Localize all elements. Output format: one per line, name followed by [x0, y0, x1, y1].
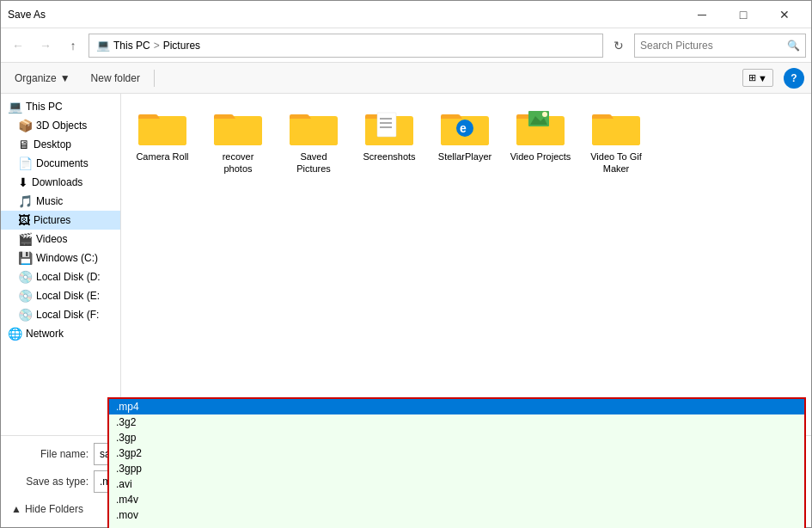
- sidebar-label-local-disk-e: Local Disk (E:: [36, 290, 100, 302]
- svg-rect-5: [290, 119, 338, 145]
- view-button[interactable]: ⊞ ▼: [742, 69, 773, 87]
- back-button[interactable]: ←: [6, 34, 30, 58]
- dropdown-option-mp4[interactable]: .mp4: [109, 399, 804, 414]
- computer-icon: 💻: [96, 39, 110, 52]
- search-icon: 🔍: [787, 40, 800, 52]
- svg-rect-10: [380, 122, 392, 124]
- new-folder-button[interactable]: New folder: [84, 69, 147, 88]
- sidebar-item-desktop[interactable]: 🖥Desktop: [1, 135, 120, 154]
- folder-saved-pictures[interactable]: Saved Pictures: [279, 101, 348, 179]
- sidebar-label-3d-objects: 3D Objects: [36, 120, 87, 132]
- folder-name-stellarplayer: StellarPlayer: [438, 150, 491, 163]
- sidebar-item-this-pc[interactable]: 💻This PC: [1, 97, 120, 116]
- organize-chevron-icon: ▼: [60, 72, 70, 84]
- sidebar-icon-local-disk-d: 💿: [18, 270, 33, 284]
- close-button[interactable]: ✕: [765, 1, 804, 28]
- sidebar-item-pictures[interactable]: 🖼Pictures: [1, 211, 120, 230]
- organize-button[interactable]: Organize ▼: [8, 69, 77, 88]
- save-as-dialog: Save As ─ □ ✕ ← → ↑ 💻 This PC > Pictures…: [0, 0, 812, 528]
- minimize-button[interactable]: ─: [682, 1, 722, 28]
- svg-text:e: e: [460, 121, 467, 135]
- folder-name-screenshots: Screenshots: [363, 150, 415, 163]
- svg-point-20: [542, 112, 547, 117]
- folder-icon-saved-pictures: [288, 104, 339, 149]
- sidebar-label-downloads: Downloads: [32, 176, 82, 188]
- sidebar-label-windows-c: Windows (C:): [36, 252, 98, 264]
- svg-rect-22: [592, 119, 640, 145]
- sidebar-icon-network: 🌐: [8, 327, 22, 341]
- folder-name-video-to-gif: Video To Gif Maker: [585, 150, 647, 175]
- path-this-pc: This PC: [113, 40, 150, 52]
- dropdown-option-3gp[interactable]: .3gp: [109, 430, 804, 445]
- dropdown-option-3gp2[interactable]: .3gp2: [109, 445, 804, 461]
- sidebar-item-3d-objects[interactable]: 📦3D Objects: [1, 116, 120, 135]
- sidebar-label-videos: Videos: [36, 233, 67, 245]
- folder-video-projects[interactable]: Video Projects: [506, 101, 575, 179]
- svg-rect-9: [380, 118, 392, 120]
- sidebar-item-downloads[interactable]: ⬇Downloads: [1, 173, 120, 192]
- sidebar-item-windows-c[interactable]: 💾Windows (C:): [1, 249, 120, 267]
- sidebar-item-local-disk-d[interactable]: 💿Local Disk (D:: [1, 267, 120, 286]
- sidebar-item-local-disk-f[interactable]: 💿Local Disk (F:: [1, 305, 120, 324]
- titlebar: Save As ─ □ ✕: [1, 1, 811, 28]
- dropdown-option-avi[interactable]: .avi: [109, 476, 804, 492]
- search-input[interactable]: [640, 40, 784, 52]
- dropdown-option-wmv[interactable]: .wmv: [109, 523, 804, 528]
- sidebar-icon-pictures: 🖼: [18, 213, 30, 227]
- folder-screenshots[interactable]: Screenshots: [355, 101, 424, 179]
- sidebar-icon-desktop: 🖥: [18, 138, 30, 151]
- folder-name-video-projects: Video Projects: [510, 150, 571, 163]
- forward-button[interactable]: →: [34, 34, 58, 58]
- folder-recover-photos[interactable]: recover photos: [204, 101, 272, 179]
- organize-label: Organize: [15, 72, 57, 84]
- sidebar-item-videos[interactable]: 🎬Videos: [1, 230, 120, 249]
- filetype-dropdown-overlay[interactable]: .mp4.3g2.3gp.3gp2.3gpp.avi.m4v.mov.wmv: [107, 397, 806, 528]
- sidebar-label-local-disk-f: Local Disk (F:: [36, 309, 99, 321]
- folder-camera-roll[interactable]: Camera Roll: [128, 101, 197, 179]
- sidebar-item-local-disk-e[interactable]: 💿Local Disk (E:: [1, 286, 120, 305]
- sidebar-icon-local-disk-e: 💿: [18, 289, 33, 303]
- sidebar-item-network[interactable]: 🌐Network: [1, 324, 120, 343]
- folder-name-camera-roll: Camera Roll: [136, 150, 188, 163]
- svg-rect-11: [380, 126, 392, 128]
- folder-stellarplayer[interactable]: eStellarPlayer: [430, 101, 499, 179]
- sidebar: 💻This PC📦3D Objects🖥Desktop📄Documents⬇Do…: [1, 94, 121, 435]
- dropdown-option-m4v[interactable]: .m4v: [109, 492, 804, 507]
- help-icon: ?: [791, 72, 797, 84]
- folder-icon-stellarplayer: e: [439, 104, 491, 149]
- titlebar-controls: ─ □ ✕: [682, 1, 804, 28]
- hide-folders-button[interactable]: ▲ Hide Folders: [11, 503, 83, 515]
- dropdown-option-3g2[interactable]: .3g2: [109, 414, 804, 430]
- dropdown-option-3gpp[interactable]: .3gpp: [109, 461, 804, 476]
- svg-rect-1: [138, 119, 186, 145]
- dropdown-option-mov[interactable]: .mov: [109, 507, 804, 523]
- svg-rect-3: [214, 119, 262, 145]
- view-icon: ⊞: [748, 72, 756, 83]
- up-button[interactable]: ↑: [61, 34, 85, 58]
- sidebar-item-music[interactable]: 🎵Music: [1, 192, 120, 211]
- window-title: Save As: [8, 9, 46, 21]
- refresh-button[interactable]: ↻: [607, 34, 631, 58]
- toolbar-divider: [154, 70, 155, 87]
- sidebar-item-documents[interactable]: 📄Documents: [1, 154, 120, 173]
- filename-label: File name:: [11, 448, 89, 460]
- main-area: 💻This PC📦3D Objects🖥Desktop📄Documents⬇Do…: [1, 94, 811, 435]
- folder-name-saved-pictures: Saved Pictures: [283, 150, 345, 175]
- address-path[interactable]: 💻 This PC > Pictures: [89, 34, 603, 58]
- sidebar-icon-local-disk-f: 💿: [18, 308, 33, 322]
- folder-video-to-gif[interactable]: Video To Gif Maker: [582, 101, 650, 179]
- folder-icon-screenshots: [363, 104, 415, 149]
- maximize-button[interactable]: □: [723, 1, 763, 28]
- sidebar-icon-videos: 🎬: [18, 232, 33, 246]
- sidebar-icon-windows-c: 💾: [18, 251, 33, 265]
- help-button[interactable]: ?: [784, 68, 804, 89]
- hide-folders-icon: ▲: [11, 503, 21, 515]
- sidebar-label-music: Music: [36, 195, 63, 207]
- sidebar-icon-music: 🎵: [18, 194, 33, 208]
- folder-name-recover-photos: recover photos: [207, 150, 269, 175]
- sidebar-label-documents: Documents: [36, 157, 89, 169]
- sidebar-label-desktop: Desktop: [34, 138, 71, 150]
- sidebar-icon-downloads: ⬇: [18, 175, 28, 189]
- view-chevron-icon: ▼: [758, 73, 767, 83]
- toolbar: Organize ▼ New folder ⊞ ▼ ?: [1, 63, 811, 94]
